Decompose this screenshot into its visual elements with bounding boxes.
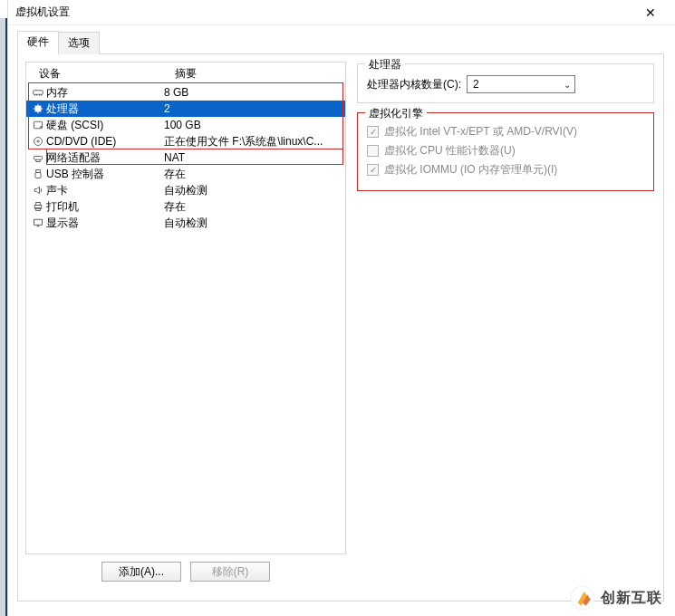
device-row[interactable]: 硬盘 (SCSI) 100 GB (26, 117, 345, 133)
tab-hardware[interactable]: 硬件 (17, 31, 59, 54)
label-iommu: 虚拟化 IOMMU (IO 内存管理单元)(I) (384, 162, 557, 178)
device-summary: 8 GB (164, 86, 342, 99)
device-name: 打印机 (46, 199, 79, 215)
header-summary: 摘要 (175, 66, 197, 82)
svg-rect-10 (36, 203, 41, 206)
memory-icon (30, 87, 46, 98)
device-row[interactable]: 显示器 自动检测 (26, 215, 345, 231)
watermark: 创新互联 (570, 585, 662, 611)
device-summary: 自动检测 (164, 216, 342, 231)
disc-icon (30, 136, 46, 147)
label-vtx: 虚拟化 Intel VT-x/EPT 或 AMD-V/RVI(V) (384, 124, 577, 140)
svg-rect-12 (34, 219, 43, 225)
net-icon (30, 152, 46, 163)
display-icon (30, 217, 46, 228)
device-name: CD/DVD (IDE) (46, 135, 116, 148)
device-row[interactable]: 内存 8 GB (26, 84, 345, 101)
device-list-header: 设备 摘要 (26, 63, 345, 84)
svg-point-5 (37, 140, 39, 142)
tab-strip: 硬件 选项 (17, 34, 664, 54)
device-summary: 正在使用文件 F:\系统盘\linux\C... (164, 134, 342, 149)
add-button[interactable]: 添加(A)... (101, 562, 181, 582)
device-name: USB 控制器 (46, 167, 104, 182)
header-device: 设备 (39, 66, 175, 82)
device-name: 内存 (46, 85, 68, 101)
printer-icon (30, 201, 46, 212)
processor-legend: 处理器 (365, 57, 405, 72)
device-name: 处理器 (46, 101, 79, 117)
device-summary: 存在 (164, 199, 342, 215)
virt-engine-legend: 虚拟化引擎 (365, 106, 427, 121)
cores-label: 处理器内核数量(C): (367, 77, 461, 92)
vm-settings-dialog: 虚拟机设置 ✕ 硬件 选项 设备 摘要 内存 8 GB (7, 0, 675, 616)
device-name: 声卡 (46, 183, 68, 198)
device-summary: 自动检测 (164, 183, 342, 198)
device-row[interactable]: 打印机 存在 (26, 198, 345, 215)
svg-rect-1 (35, 106, 41, 111)
checkbox-vtx[interactable]: ✓ (367, 126, 379, 138)
titlebar: 虚拟机设置 ✕ (8, 0, 675, 25)
svg-rect-11 (36, 208, 41, 211)
device-row[interactable]: CD/DVD (IDE) 正在使用文件 F:\系统盘\linux\C... (26, 133, 345, 149)
device-name: 硬盘 (SCSI) (46, 118, 103, 133)
hdd-icon (30, 120, 46, 130)
device-summary: 2 (164, 102, 342, 115)
device-name: 网络适配器 (46, 150, 101, 166)
chevron-down-icon: ⌄ (564, 80, 571, 90)
usb-icon (30, 168, 46, 179)
device-summary: NAT (164, 151, 342, 164)
device-row[interactable]: 处理器 2 (26, 101, 345, 117)
checkbox-iommu[interactable]: ✓ (367, 164, 379, 176)
device-list: 设备 摘要 内存 8 GB 处理器 2 硬盘 (SCSI) 100 GB CD/… (25, 62, 346, 554)
tab-options[interactable]: 选项 (58, 32, 100, 54)
close-icon: ✕ (645, 5, 656, 20)
watermark-logo-icon (570, 585, 595, 611)
checkbox-cpu-counters[interactable] (367, 145, 379, 157)
watermark-text: 创新互联 (601, 589, 662, 608)
svg-rect-8 (35, 173, 41, 178)
sound-icon (30, 185, 46, 196)
svg-point-3 (40, 127, 42, 129)
cpu-icon (30, 103, 46, 114)
remove-button[interactable]: 移除(R) (190, 562, 270, 582)
cores-value: 2 (473, 78, 479, 91)
device-row[interactable]: 声卡 自动检测 (26, 182, 345, 198)
device-row[interactable]: 网络适配器 NAT (26, 149, 345, 166)
svg-rect-0 (34, 91, 43, 95)
processor-group: 处理器 处理器内核数量(C): 2 ⌄ (357, 63, 654, 103)
cores-select[interactable]: 2 ⌄ (467, 75, 575, 93)
virtualization-engine-group: 虚拟化引擎 ✓ 虚拟化 Intel VT-x/EPT 或 AMD-V/RVI(V… (357, 112, 654, 191)
device-name: 显示器 (46, 216, 79, 231)
device-summary: 100 GB (164, 119, 342, 131)
device-row[interactable]: USB 控制器 存在 (26, 166, 345, 182)
svg-rect-6 (34, 157, 43, 160)
dialog-title: 虚拟机设置 (15, 5, 70, 20)
device-summary: 存在 (164, 167, 342, 182)
svg-point-4 (34, 138, 43, 146)
close-button[interactable]: ✕ (632, 1, 670, 24)
label-cpu-counters: 虚拟化 CPU 性能计数器(U) (384, 143, 516, 159)
